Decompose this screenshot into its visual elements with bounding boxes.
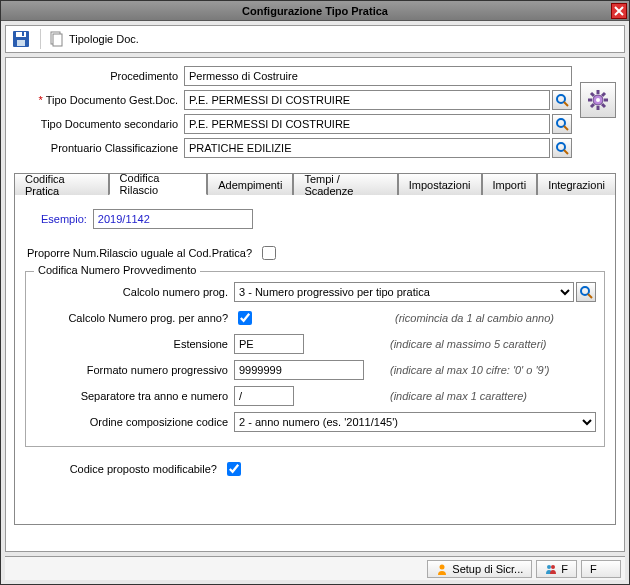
formato-input[interactable]: [234, 360, 364, 380]
calcolo-prog-select[interactable]: 3 - Numero progressivo per tipo pratica: [234, 282, 574, 302]
users-icon: [545, 563, 557, 575]
svg-line-19: [602, 104, 605, 107]
formato-hint: (indicare al max 10 cifre: '0' o '9'): [390, 364, 549, 376]
svg-point-13: [596, 98, 600, 102]
svg-line-21: [602, 93, 605, 96]
tipo-doc-gest-input[interactable]: [184, 90, 550, 110]
calcolo-anno-checkbox[interactable]: [238, 311, 252, 325]
tab-adempimenti[interactable]: Adempimenti: [207, 173, 293, 195]
tipo-doc-gest-search-button[interactable]: [552, 90, 572, 110]
footer-f1-button[interactable]: F: [536, 560, 577, 578]
tab-tempi-scadenze[interactable]: Tempi / Scadenze: [293, 173, 397, 195]
ordine-select[interactable]: 2 - anno numero (es. '2011/145'): [234, 412, 596, 432]
esempio-label: Esempio:: [41, 213, 87, 225]
esempio-input[interactable]: [93, 209, 253, 229]
calcolo-prog-search-button[interactable]: [576, 282, 596, 302]
statusbar: Setup di Sicr... F F: [5, 556, 625, 580]
ordine-label: Ordine composizione codice: [34, 416, 234, 428]
footer-f2-button[interactable]: F: [581, 560, 621, 578]
estensione-label: Estensione: [34, 338, 234, 350]
svg-line-18: [591, 93, 594, 96]
header-form: Procedimento * Tipo Documento Gest.Doc. …: [14, 66, 616, 162]
svg-line-7: [564, 102, 568, 106]
tabs: Codifica Pratica Codifica Rilascio Ademp…: [14, 172, 616, 195]
search-icon: [555, 141, 569, 155]
dialog-window: Configurazione Tipo Pratica Tipologie Do…: [0, 0, 630, 585]
svg-rect-1: [16, 32, 26, 37]
svg-line-23: [588, 294, 592, 298]
toolbar: Tipologie Doc.: [5, 25, 625, 53]
window-title: Configurazione Tipo Pratica: [242, 5, 388, 17]
tipo-doc-sec-label: Tipo Documento secondario: [14, 118, 184, 130]
search-icon: [555, 93, 569, 107]
separatore-hint: (indicare al max 1 carattere): [390, 390, 527, 402]
procedimento-input[interactable]: [184, 66, 572, 86]
svg-line-11: [564, 150, 568, 154]
tipo-doc-sec-input[interactable]: [184, 114, 550, 134]
tab-importi[interactable]: Importi: [482, 173, 538, 195]
svg-point-22: [581, 287, 589, 295]
svg-point-25: [547, 565, 551, 569]
close-button[interactable]: [611, 3, 627, 19]
tab-integrazioni[interactable]: Integrazioni: [537, 173, 616, 195]
tipologie-doc-button[interactable]: Tipologie Doc.: [49, 31, 139, 47]
calcolo-anno-label: Calcolo Numero prog. per anno?: [34, 312, 234, 324]
tab-codifica-rilascio[interactable]: Codifica Rilascio: [109, 173, 208, 195]
proporre-label: Proporre Num.Rilascio uguale al Cod.Prat…: [27, 247, 252, 259]
tipologie-doc-label: Tipologie Doc.: [69, 33, 139, 45]
tipo-doc-gest-label: * Tipo Documento Gest.Doc.: [14, 94, 184, 106]
modificabile-checkbox[interactable]: [227, 462, 241, 476]
procedimento-label: Procedimento: [14, 70, 184, 82]
tipo-doc-sec-search-button[interactable]: [552, 114, 572, 134]
svg-line-20: [591, 104, 594, 107]
gear-icon: [586, 88, 610, 112]
separatore-input[interactable]: [234, 386, 294, 406]
user-icon: [436, 563, 448, 575]
estensione-input[interactable]: [234, 334, 304, 354]
setup-sicurezza-button[interactable]: Setup di Sicr...: [427, 560, 532, 578]
svg-point-6: [557, 95, 565, 103]
tab-codifica-pratica[interactable]: Codifica Pratica: [14, 173, 109, 195]
prontuario-label: Prontuario Classificazione: [14, 142, 184, 154]
tab-body-codifica-rilascio: Esempio: Proporre Num.Rilascio uguale al…: [14, 195, 616, 525]
fieldset-legend: Codifica Numero Provvedimento: [34, 264, 200, 276]
save-button[interactable]: [10, 28, 32, 50]
separatore-label: Separatore tra anno e numero: [34, 390, 234, 402]
content-area: Procedimento * Tipo Documento Gest.Doc. …: [5, 57, 625, 552]
calcolo-anno-hint: (ricomincia da 1 al cambio anno): [395, 312, 554, 324]
search-icon: [579, 285, 593, 299]
svg-rect-5: [53, 34, 62, 46]
fieldset-codifica-provvedimento: Codifica Numero Provvedimento Calcolo nu…: [25, 271, 605, 447]
svg-point-10: [557, 143, 565, 151]
svg-point-24: [440, 564, 445, 569]
search-icon: [555, 117, 569, 131]
prontuario-search-button[interactable]: [552, 138, 572, 158]
svg-point-26: [551, 565, 555, 569]
svg-line-9: [564, 126, 568, 130]
prontuario-input[interactable]: [184, 138, 550, 158]
tab-impostazioni[interactable]: Impostazioni: [398, 173, 482, 195]
toolbar-divider: [40, 29, 41, 49]
calcolo-prog-label: Calcolo numero prog.: [34, 286, 234, 298]
svg-rect-3: [22, 32, 24, 36]
formato-label: Formato numero progressivo: [34, 364, 234, 376]
estensione-hint: (indicare al massimo 5 caratteri): [390, 338, 547, 350]
svg-rect-2: [17, 40, 25, 46]
svg-point-8: [557, 119, 565, 127]
settings-button[interactable]: [580, 82, 616, 118]
titlebar: Configurazione Tipo Pratica: [1, 1, 629, 21]
document-icon: [49, 31, 65, 47]
proporre-checkbox[interactable]: [262, 246, 276, 260]
modificabile-label: Codice proposto modificabile?: [23, 463, 223, 475]
